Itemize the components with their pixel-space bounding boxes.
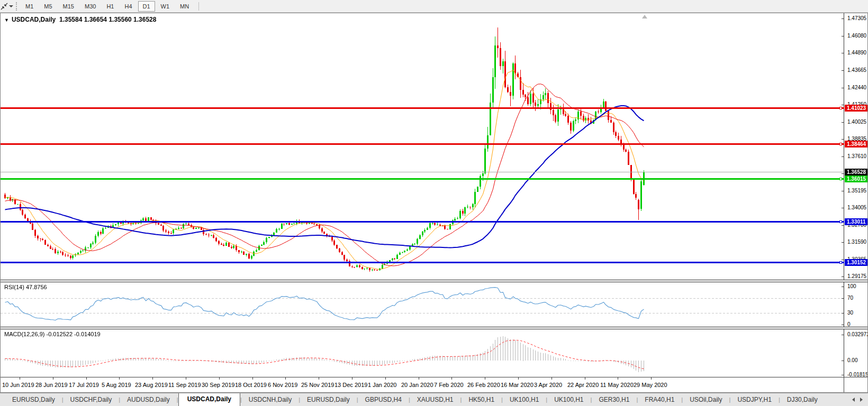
date-tick xyxy=(119,377,120,380)
price-tick-label: 1.29175 xyxy=(845,273,867,280)
title-dropdown-icon[interactable]: ▼ xyxy=(4,17,9,23)
chart-shift-marker[interactable] xyxy=(642,15,647,19)
date-tick xyxy=(319,377,319,380)
timeframe-button-m5[interactable]: M5 xyxy=(39,1,57,12)
date-tick xyxy=(618,377,618,380)
macd-tick-label: 0.032972 xyxy=(845,331,867,338)
date-tick xyxy=(551,377,552,380)
chart-tools-glyph xyxy=(1,3,8,10)
rsi-pane[interactable]: RSI(14) 47.8756 10070300 xyxy=(1,282,867,327)
rsi-tick-label: 0 xyxy=(845,321,867,327)
date-tick xyxy=(219,377,220,380)
rsi-axis: 10070300 xyxy=(845,282,867,327)
timeframe-toolbar: M1M5M15M30H1H4D1W1MN xyxy=(0,0,868,13)
price-line-label: 1.36528 xyxy=(845,169,867,176)
timeframe-button-m15[interactable]: M15 xyxy=(58,1,79,12)
timeframe-button-m1[interactable]: M1 xyxy=(21,1,38,12)
chart-ohlc-values: 1.35584 1.36654 1.35560 1.36528 xyxy=(59,16,157,23)
date-label: 18 Oct 2019 xyxy=(235,382,267,388)
tab-uk100-h1[interactable]: UK100,H1 xyxy=(503,394,546,406)
tab-usdcnh-daily[interactable]: USDCNH,Daily xyxy=(242,394,299,406)
date-tick xyxy=(252,377,253,380)
tab-hk50-h1[interactable]: HK50,H1 xyxy=(462,394,501,406)
main-chart-pane[interactable]: ▼USDCAD,Daily 1.35584 1.36654 1.35560 1.… xyxy=(1,13,867,280)
date-label: 1 Jan 2020 xyxy=(368,382,396,388)
rsi-tick-label: 30 xyxy=(845,310,867,316)
tab-eurusd-daily[interactable]: EURUSD,Daily xyxy=(300,394,357,406)
price-line-1.36528[interactable] xyxy=(1,172,844,172)
tab-fra40-h1[interactable]: FRA40,H1 xyxy=(638,394,681,406)
rsi-tick-label: 70 xyxy=(845,295,867,301)
tab-audusd-daily[interactable]: AUDUSD,Daily xyxy=(120,394,177,406)
price-line-handle[interactable] xyxy=(839,143,842,145)
price-line-label: 1.33011 xyxy=(845,218,867,225)
date-label: 13 Dec 2019 xyxy=(334,382,367,388)
candlestick-canvas[interactable] xyxy=(1,13,844,280)
timeframe-button-mn[interactable]: MN xyxy=(175,1,194,12)
rsi-label: RSI(14) 47.8756 xyxy=(4,284,47,290)
timeframe-button-w1[interactable]: W1 xyxy=(156,1,175,12)
date-tick xyxy=(419,377,419,380)
date-label: 29 May 2020 xyxy=(634,382,667,388)
date-tick xyxy=(53,377,53,380)
price-line-handle[interactable] xyxy=(839,178,842,180)
price-line-1.36015[interactable] xyxy=(1,178,844,180)
toolbar-grip[interactable] xyxy=(16,2,17,11)
tab-usdjpy-h1[interactable]: USDJPY,H1 xyxy=(730,394,778,406)
date-tick xyxy=(651,377,652,380)
time-axis[interactable]: 10 Jun 201928 Jun 201917 Jul 20195 Aug 2… xyxy=(1,377,867,392)
timeframe-button-h4[interactable]: H4 xyxy=(120,1,137,12)
date-label: 20 Jan 2020 xyxy=(401,382,433,388)
date-tick xyxy=(20,377,20,380)
chart-symbol-label: USDCAD,Daily xyxy=(12,16,56,23)
date-tick xyxy=(86,377,87,380)
tab-xauusd-h1[interactable]: XAUUSD,H1 xyxy=(410,394,460,406)
price-line-handle[interactable] xyxy=(839,220,842,223)
date-tick xyxy=(485,377,485,380)
rsi-tick-label: 100 xyxy=(845,283,867,290)
price-line-label: 1.30152 xyxy=(845,259,867,266)
tab-eurusd-daily[interactable]: EURUSD,Daily xyxy=(5,394,62,406)
tab-gbpusd-h4[interactable]: GBPUSD,H4 xyxy=(358,394,409,406)
price-line-handle[interactable] xyxy=(839,107,842,109)
tab-usdchf-daily[interactable]: USDCHF,Daily xyxy=(64,394,119,406)
chart-tools-icon[interactable] xyxy=(0,2,14,11)
date-tick xyxy=(186,377,186,380)
price-line-label: 1.36015 xyxy=(845,176,867,182)
macd-pane[interactable]: MACD(12,26,9) -0.012522 -0.014019 0.0329… xyxy=(1,329,867,377)
axis-border xyxy=(844,377,844,392)
macd-tick-label: 0.00 xyxy=(845,357,867,364)
tab-scroll-right-icon[interactable] xyxy=(860,398,863,402)
price-line-1.30152[interactable] xyxy=(1,262,844,263)
date-label: 10 Jun 2019 xyxy=(2,382,34,388)
tab-scroll-controls xyxy=(847,393,868,406)
tab-uk100-h1[interactable]: UK100,H1 xyxy=(547,394,590,406)
tab-scroll-left-icon[interactable] xyxy=(852,398,855,402)
tab-ger30-h1[interactable]: GER30,H1 xyxy=(592,394,636,406)
price-tick-label: 1.43665 xyxy=(845,67,867,73)
trading-platform: M1M5M15M30H1H4D1W1MN ▼USDCAD,Daily 1.355… xyxy=(0,0,868,406)
date-label: 17 Jul 2019 xyxy=(69,382,99,388)
date-label: 30 Sep 2019 xyxy=(202,382,234,388)
price-line-1.33011[interactable] xyxy=(1,221,844,223)
date-label: 6 Nov 2019 xyxy=(268,382,297,388)
price-line-1.38464[interactable] xyxy=(1,143,844,145)
price-tick-label: 1.35195 xyxy=(845,188,867,194)
toolbar-separator xyxy=(198,2,199,11)
price-line-1.41023[interactable] xyxy=(1,107,844,109)
date-tick xyxy=(518,377,519,380)
date-label: 25 Nov 2019 xyxy=(301,382,334,388)
date-tick xyxy=(285,377,286,380)
tab-dj30-daily[interactable]: DJ30,Daily xyxy=(780,394,825,406)
timeframe-button-m30[interactable]: M30 xyxy=(80,1,101,12)
timeframe-button-h1[interactable]: H1 xyxy=(102,1,119,12)
date-label: 26 Feb 2020 xyxy=(467,382,500,388)
chart-title: ▼USDCAD,Daily 1.35584 1.36654 1.35560 1.… xyxy=(4,16,156,23)
tab-usdcad-daily[interactable]: USDCAD,Daily xyxy=(178,393,240,406)
price-tick-label: 1.47305 xyxy=(845,15,867,22)
tab-usoil-daily[interactable]: USOil,Daily xyxy=(683,394,729,406)
price-line-handle[interactable] xyxy=(839,261,842,264)
rsi-canvas[interactable] xyxy=(1,282,844,327)
timeframe-button-d1[interactable]: D1 xyxy=(138,1,155,12)
macd-canvas[interactable] xyxy=(1,329,844,377)
